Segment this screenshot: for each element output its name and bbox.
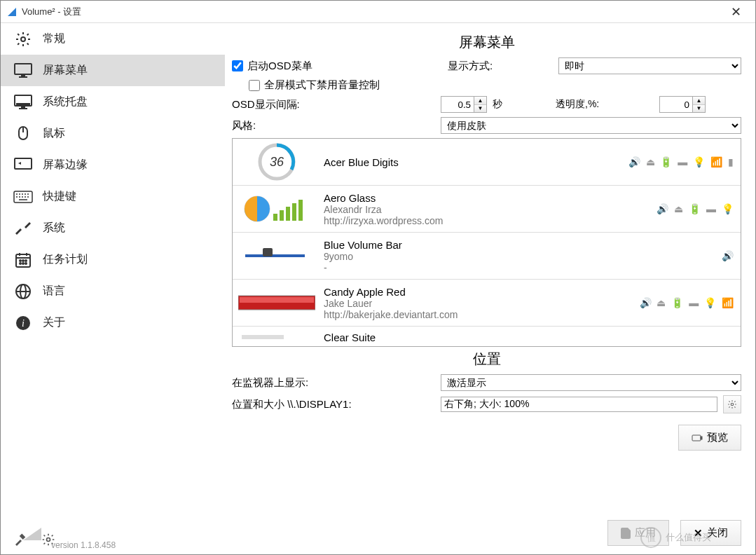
close-icon[interactable]: ✕: [722, 4, 750, 20]
skin-author: Alexandr Irza: [324, 204, 648, 215]
svg-rect-48: [286, 207, 290, 221]
sidebar: 常规 屏幕菜单 系统托盘 鼠标 屏幕边缘: [1, 23, 225, 554]
possize-label: 位置和大小 \\.\DISPLAY1:: [232, 398, 435, 411]
interval-input[interactable]: [441, 97, 474, 112]
sidebar-footer: 2 version 1.1.8.458: [1, 505, 225, 554]
sidebar-item-edges[interactable]: 屏幕边缘: [1, 149, 225, 181]
sidebar-item-mouse[interactable]: 鼠标: [1, 118, 225, 149]
opacity-spinner[interactable]: ▲▼: [659, 96, 706, 113]
svg-rect-2: [15, 64, 32, 74]
svg-point-32: [22, 263, 24, 264]
svg-point-56: [731, 403, 734, 406]
svg-rect-4: [19, 76, 27, 78]
skin-item[interactable]: Candy Apple Red Jake Lauer http://bakerj…: [233, 280, 741, 327]
spin-down-icon[interactable]: ▼: [693, 105, 705, 113]
skin-list[interactable]: 36 Acer Blue Digits 🔊 ⏏ 🔋 ▬ 💡 📶 ▮ Aero G…: [232, 138, 741, 347]
preview-button[interactable]: 预览: [678, 425, 741, 451]
svg-rect-55: [242, 335, 284, 339]
skin-info: Aero Glass Alexandr Irza http://irzyxa.w…: [324, 192, 648, 226]
close-button[interactable]: ✕ 关闭: [680, 520, 741, 546]
skin-url: -: [324, 262, 713, 273]
titlebar: Volume² - 设置 ✕: [1, 1, 755, 23]
opacity-input[interactable]: [660, 97, 692, 112]
sidebar-item-label: 鼠标: [43, 126, 65, 141]
skin-item[interactable]: Clear Suite: [233, 327, 741, 346]
enable-osd-input[interactable]: [232, 60, 243, 71]
svg-text:i: i: [22, 318, 25, 329]
svg-point-29: [22, 260, 24, 261]
svg-rect-11: [15, 158, 32, 169]
sidebar-item-label: 关于: [43, 315, 65, 330]
save-icon: [621, 528, 631, 539]
app-window: Volume² - 设置 ✕ 常规 屏幕菜单 系统托盘 鼠标: [0, 0, 756, 555]
volume-logo-icon: 2: [22, 525, 43, 542]
display-mode-select[interactable]: 即时: [558, 57, 741, 74]
skin-info: Blue Volume Bar 9yomo -: [324, 239, 713, 273]
content: 常规 屏幕菜单 系统托盘 鼠标 屏幕边缘: [1, 23, 755, 554]
sidebar-item-label: 系统托盘: [43, 95, 88, 109]
interval-unit: 秒: [493, 98, 502, 111]
svg-rect-49: [292, 203, 296, 221]
sidebar-item-label: 任务计划: [43, 252, 88, 267]
monitor-row: 在监视器上显示: 激活显示: [232, 374, 741, 391]
svg-rect-46: [273, 214, 277, 221]
main-panel: 屏幕菜单 启动OSD菜单 显示方式: 即时 全屏模式下禁用音量控制: [225, 23, 755, 554]
app-logo-icon: [6, 6, 18, 18]
possize-settings-button[interactable]: [723, 395, 741, 413]
footer-buttons: 应用 ✕ 关闭: [607, 520, 741, 546]
skin-feature-icons: 🔊: [722, 250, 735, 261]
sidebar-items: 常规 屏幕菜单 系统托盘 鼠标 屏幕边缘: [1, 23, 225, 505]
enable-osd-checkbox[interactable]: 启动OSD菜单: [232, 60, 442, 73]
sidebar-item-osd[interactable]: 屏幕菜单: [1, 55, 225, 86]
sidebar-item-system[interactable]: 系统: [1, 212, 225, 244]
apply-button[interactable]: 应用: [607, 520, 669, 546]
spin-up-icon[interactable]: ▲: [693, 97, 705, 105]
fullscreen-disable-input[interactable]: [249, 80, 260, 91]
sidebar-item-schedule[interactable]: 任务计划: [1, 244, 225, 275]
possize-row: 位置和大小 \\.\DISPLAY1:: [232, 395, 741, 413]
sidebar-item-language[interactable]: 语言: [1, 275, 225, 307]
opacity-label: 透明度,%:: [556, 98, 654, 111]
svg-text:36: 36: [270, 155, 284, 169]
skin-author: Jake Lauer: [324, 298, 631, 309]
keyboard-icon: [13, 190, 33, 204]
skin-feature-icons: 🔊 ⏏ 🔋 ▬ 💡 📶 ▮: [628, 156, 735, 167]
battery-icon: [692, 434, 703, 442]
skin-item[interactable]: Blue Volume Bar 9yomo - 🔊: [233, 233, 741, 280]
svg-rect-6: [16, 103, 30, 105]
spin-down-icon[interactable]: ▼: [474, 105, 486, 113]
gear-icon: [13, 32, 33, 46]
preview-row: 预览: [232, 425, 741, 451]
fullscreen-disable-checkbox[interactable]: 全屏模式下禁用音量控制: [249, 78, 380, 92]
skin-info: Candy Apple Red Jake Lauer http://bakerj…: [324, 286, 631, 320]
svg-rect-3: [21, 75, 25, 76]
svg-rect-7: [21, 107, 25, 108]
enable-row: 启动OSD菜单 显示方式: 即时: [232, 57, 741, 74]
svg-point-33: [25, 263, 27, 264]
sidebar-item-about[interactable]: i 关于: [1, 307, 225, 338]
sidebar-item-label: 屏幕边缘: [43, 158, 88, 172]
sidebar-item-general[interactable]: 常规: [1, 23, 225, 55]
skin-name: Blue Volume Bar: [324, 239, 713, 251]
sidebar-item-label: 常规: [43, 32, 65, 46]
sidebar-item-hotkeys[interactable]: 快捷键: [1, 181, 225, 212]
possize-input[interactable]: [441, 397, 717, 412]
close-x-icon: ✕: [694, 527, 703, 540]
tray-icon: [13, 95, 33, 109]
svg-point-30: [25, 260, 27, 261]
monitor-select[interactable]: 激活显示: [441, 374, 741, 391]
skin-item[interactable]: Aero Glass Alexandr Irza http://irzyxa.w…: [233, 186, 741, 233]
skin-info: Acer Blue Digits: [324, 156, 620, 168]
skin-name: Clear Suite: [324, 331, 735, 343]
interval-spinner[interactable]: ▲▼: [441, 96, 487, 113]
section-title-position: 位置: [232, 350, 741, 369]
skin-item[interactable]: 36 Acer Blue Digits 🔊 ⏏ 🔋 ▬ 💡 📶 ▮: [233, 139, 741, 186]
style-select[interactable]: 使用皮肤: [441, 117, 741, 134]
svg-rect-51: [245, 254, 305, 257]
spin-up-icon[interactable]: ▲: [474, 97, 486, 105]
sidebar-item-label: 系统: [43, 221, 65, 235]
svg-rect-58: [701, 437, 702, 439]
sidebar-item-label: 快捷键: [43, 189, 76, 204]
tools-icon: [13, 221, 33, 235]
sidebar-item-tray[interactable]: 系统托盘: [1, 86, 225, 118]
